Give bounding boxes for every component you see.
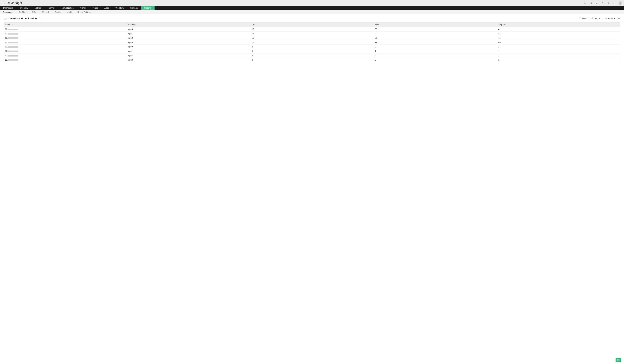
column-header-instance[interactable]: Instance	[127, 23, 250, 27]
nav-more-icon[interactable]	[620, 6, 623, 10]
redacted-block	[8, 51, 18, 52]
cell-max: 8	[374, 58, 497, 62]
redacted-block	[8, 37, 18, 39]
column-header-avg[interactable]: Avg - %	[497, 23, 621, 27]
sub-nav-item-oputils[interactable]: OpUtils	[52, 10, 64, 14]
sub-nav: OpManagerNetFlowNCMFirewallOpUtilsAuditR…	[0, 10, 624, 14]
divider: |	[602, 17, 603, 20]
page-title: Xen Host CPU utilisation	[8, 17, 37, 20]
nav-item-workflow[interactable]: Workflow	[112, 6, 127, 10]
nav-item-network[interactable]: Network	[31, 6, 45, 10]
column-header-name[interactable]: Name ▲	[4, 23, 127, 27]
gear-icon[interactable]	[613, 1, 616, 4]
cell-min: 15	[250, 36, 374, 40]
table-row[interactable]: 12.cpu2159541	[4, 36, 621, 40]
search-icon[interactable]	[595, 1, 598, 4]
cell-instance: cpu0	[127, 27, 250, 31]
table-row[interactable]: 12.cpu3179940	[4, 40, 621, 45]
nav-item-dashboard[interactable]: Dashboard	[0, 6, 16, 10]
table-row[interactable]: 12.cpu3081	[4, 58, 621, 62]
column-header-label: Avg - %	[498, 24, 506, 26]
report-table: Name ▲ Instance Min Max Avg - % 12.cpu01…	[3, 22, 621, 62]
cell-name: 12.	[4, 45, 127, 49]
nav-item-virtualization[interactable]: Virtualization	[59, 6, 77, 10]
sub-nav-item-opmanager[interactable]: OpManager	[0, 10, 16, 14]
favorite-star-icon[interactable]	[38, 17, 41, 20]
cell-instance: cpu2	[127, 53, 250, 58]
table-row[interactable]: 12.cpu0169941	[4, 27, 621, 31]
cell-name: 12.	[4, 40, 127, 45]
cell-name: 12.	[4, 49, 127, 53]
cell-max: 7	[374, 49, 497, 53]
plug-icon[interactable]	[607, 1, 610, 4]
svg-rect-5	[592, 19, 593, 19]
cell-max: 92	[374, 31, 497, 36]
back-button[interactable]	[3, 17, 6, 20]
redacted-block	[8, 55, 18, 56]
brand-title: OpManager	[6, 1, 22, 5]
redacted-block	[8, 59, 18, 61]
nav-item-inventory[interactable]: Inventory	[16, 6, 31, 10]
redacted-block	[8, 33, 18, 35]
cell-min: 0	[250, 49, 374, 53]
column-header-max[interactable]: Max	[374, 23, 497, 27]
cell-instance: cpu1	[127, 49, 250, 53]
sub-nav-item-netflow[interactable]: NetFlow	[16, 10, 29, 14]
filter-button[interactable]: Filter	[579, 17, 587, 20]
headset-icon[interactable]	[589, 1, 592, 4]
column-header-label: Name	[5, 24, 10, 26]
screencast-icon[interactable]	[583, 1, 586, 4]
nav-item-settings[interactable]: Settings	[127, 6, 141, 10]
nav-item-apps[interactable]: Apps	[101, 6, 112, 10]
nav-item-maps[interactable]: Maps	[90, 6, 101, 10]
table-row[interactable]: 12.cpu1071	[4, 49, 621, 53]
cell-max: 99	[374, 40, 497, 45]
table-row[interactable]: 12.cpu1129241	[4, 31, 621, 36]
cell-name: 12.	[4, 58, 127, 62]
cell-min: 0	[250, 53, 374, 58]
column-header-label: Max	[375, 24, 379, 26]
column-header-label: Min	[252, 24, 255, 26]
table-row[interactable]: 12.cpu0081	[4, 45, 621, 49]
nav-item-reports[interactable]: Reports	[141, 6, 155, 10]
redacted-block	[8, 46, 18, 48]
cell-name: 12.	[4, 27, 127, 31]
cell-name: 12.	[4, 31, 127, 36]
nav-item-servers[interactable]: Servers	[45, 6, 59, 10]
more-actions-button[interactable]: More Actions	[605, 17, 621, 20]
cell-avg: 41	[497, 36, 621, 40]
cell-min: 17	[250, 40, 374, 45]
cell-avg: 1	[497, 53, 621, 58]
table-header-row: Name ▲ Instance Min Max Avg - %	[4, 23, 621, 27]
divider: |	[589, 17, 589, 20]
column-header-label: Instance	[128, 24, 136, 26]
bell-icon[interactable]	[601, 1, 604, 4]
cell-max: 6	[374, 53, 497, 58]
cell-min: 16	[250, 27, 374, 31]
page-title-row: Xen Host CPU utilisation Filter | Export…	[0, 14, 624, 22]
table-row[interactable]: 12.cpu2061	[4, 53, 621, 58]
cell-avg: 40	[497, 40, 621, 45]
sub-nav-item-report-settings[interactable]: Report Settings	[75, 10, 94, 14]
sub-nav-item-audit[interactable]: Audit	[64, 10, 75, 14]
main-nav: DashboardInventoryNetworkServersVirtuali…	[0, 6, 624, 10]
cell-instance: cpu1	[127, 31, 250, 36]
cell-min: 0	[250, 45, 374, 49]
apps-grid-icon[interactable]	[2, 2, 4, 4]
cell-instance: cpu3	[127, 40, 250, 45]
sub-nav-item-firewall[interactable]: Firewall	[39, 10, 52, 14]
user-avatar-icon[interactable]	[619, 1, 622, 5]
sort-asc-icon: ▲	[12, 24, 13, 26]
cell-min: 12	[250, 31, 374, 36]
export-button[interactable]: Export	[591, 17, 601, 20]
redacted-block	[8, 42, 18, 43]
sub-nav-item-ncm[interactable]: NCM	[29, 10, 39, 14]
cell-max: 8	[374, 45, 497, 49]
header-icon-bar	[583, 1, 622, 5]
nav-item-alarms[interactable]: Alarms	[77, 6, 90, 10]
cell-instance: cpu0	[127, 45, 250, 49]
column-header-min[interactable]: Min	[250, 23, 374, 27]
svg-rect-1	[590, 3, 590, 4]
cell-instance: cpu3	[127, 58, 250, 62]
cell-avg: 1	[497, 45, 621, 49]
